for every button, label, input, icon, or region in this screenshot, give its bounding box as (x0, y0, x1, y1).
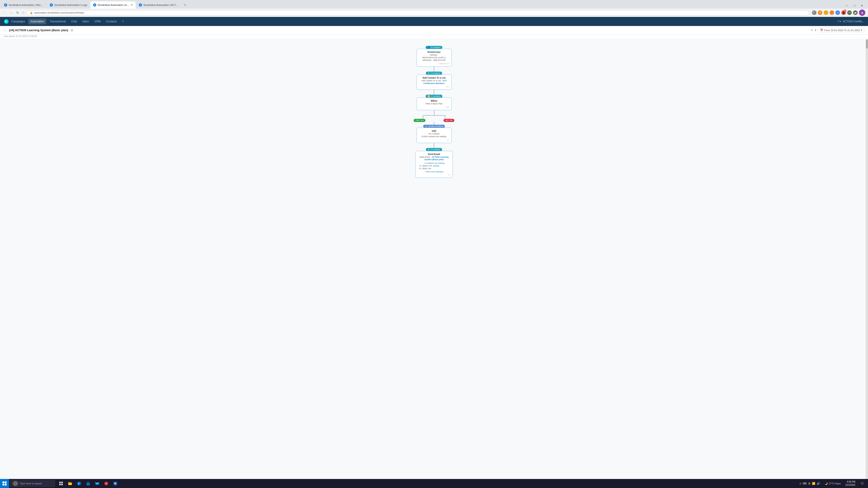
volume-icon[interactable]: 🔊 (817, 482, 820, 485)
anniversary-badge: 👤 0 Contacts (426, 46, 442, 49)
email-node-title: Send Email (418, 153, 450, 156)
close-button[interactable]: ✕ (859, 4, 865, 8)
search-bar[interactable]: Type here to search (10, 480, 55, 487)
alert-icon[interactable]: ⚠ (824, 10, 828, 15)
ext-icon-30[interactable]: 30 📱 (841, 10, 846, 15)
ifelse-node[interactable]: If/Else Filter Is Basic Plan #16 (416, 98, 452, 110)
connector-3 (434, 122, 434, 125)
nav-chat[interactable]: Chat (69, 19, 79, 24)
weather-display[interactable]: 🌙 27°C Haze (823, 482, 842, 485)
maximize-button[interactable]: □ (852, 4, 857, 8)
clock-time: 6:05 PM (845, 480, 856, 484)
notification-button[interactable]: 🗨 (858, 479, 866, 488)
back-button[interactable]: ← (2, 10, 7, 15)
tab-action-lea[interactable]: S Sendinblue Automation | ACTION Lea... (136, 1, 181, 8)
weather-icon: 🌙 (825, 482, 828, 485)
forward-button[interactable]: → (8, 10, 13, 15)
network-icon[interactable]: 📶 (812, 482, 815, 485)
view-more-stats-link[interactable]: View more statistics (419, 170, 450, 173)
scroll-thumb[interactable] (866, 39, 868, 48)
tab-logs[interactable]: S Sendinblue Automation | Logs (47, 1, 90, 8)
tab-workflows[interactable]: S Sendinblue Automation | Workflows (1, 1, 46, 8)
taskbar-clock[interactable]: 6:05 PM 1/21/2022 (844, 480, 857, 487)
nav-crm[interactable]: CRM (92, 19, 103, 24)
nav-contacts[interactable]: Contacts (104, 19, 119, 24)
wait-title: wait (419, 130, 449, 132)
browser-chrome: S Sendinblue Automation | Workflows S Se… (0, 0, 868, 17)
add-contact-badge-text: 0 Contacts (430, 72, 440, 74)
add-contact-title: Add Contact To a List (419, 76, 449, 79)
svg-rect-15 (87, 483, 90, 485)
wait-node[interactable]: wait For 3 day(s) 15,064 contacts are wa… (416, 128, 452, 143)
settings-icon[interactable]: ⚙ (70, 29, 73, 32)
nav-automation[interactable]: Automation (28, 19, 46, 24)
nav-inbox[interactable]: Inbox (80, 19, 91, 24)
tab-logs-title: Sendinblue Automation | Logs (54, 4, 87, 6)
minimize-button[interactable]: — (844, 4, 850, 8)
date-range-text: From 15-01-2022 To 21-01-2022 (824, 29, 860, 32)
start-button[interactable] (0, 479, 9, 488)
email-clicks-row: 🖱 Clicks: 0% (419, 167, 450, 170)
page-header: ← [#4] ACTION Learning System (Basic pla… (0, 26, 868, 35)
tab-action-close[interactable]: ✕ (131, 3, 133, 6)
app-red-taskbar[interactable]: P (102, 479, 110, 488)
display-icon[interactable]: 🖥 (808, 482, 811, 485)
add-contact-num: #21 (419, 86, 449, 88)
scroll-bar[interactable] (866, 39, 868, 479)
ext-folder-icon[interactable]: 📁 (853, 10, 858, 15)
add-contact-desc: Add Contact To a List - ACT Certificatio… (419, 79, 449, 85)
email-send-desc: Send Email - ACTION Learning System (Bas… (418, 156, 450, 161)
help-button[interactable]: ? ▾ (837, 20, 841, 23)
word-taskbar[interactable]: W (111, 479, 119, 488)
store-taskbar[interactable] (84, 479, 92, 488)
nav-campaigns[interactable]: Campaigns (9, 19, 27, 24)
bookmark-button[interactable]: ☆ (22, 11, 25, 14)
search-ext-icon[interactable]: 🔍 (812, 10, 816, 15)
refresh-ext-icon[interactable]: ↻ (835, 10, 840, 15)
nav-transactional[interactable]: Transactional (47, 19, 68, 24)
add-contact-badge: ⚙ 0 Contacts (426, 72, 442, 75)
mail-taskbar[interactable] (93, 479, 101, 488)
anniversary-desc: Attribute - REGISTRATION_DATE is wheneve… (419, 54, 449, 62)
metamask-icon[interactable]: 🦊 (830, 10, 834, 15)
branch-h-line (423, 115, 445, 116)
edge-taskbar[interactable]: e (75, 479, 83, 488)
brave-shield-icon[interactable]: 🛡 (818, 10, 822, 15)
wait-node-wrapper: ⏳ 15,064 Contacts wait For 3 day(s) 15,0… (416, 125, 452, 143)
address-bar[interactable]: 🔒 automation.sendinblue.com/scenarios/4/… (26, 10, 809, 15)
click-icon: 🖱 (419, 167, 421, 170)
wait-badge-text: 15,064 Contacts (428, 125, 443, 127)
page-back-button[interactable]: ← (4, 29, 7, 32)
ifelse-node-wrapper: 🔀 0 Contacts If/Else Filter Is Basic Pla… (416, 95, 452, 110)
tab-action-active[interactable]: S Sendinblue Automation | ACTION... ✕ (90, 1, 135, 8)
nav-add-button[interactable]: + (120, 18, 126, 25)
file-explorer-taskbar[interactable] (66, 479, 74, 488)
reload-button[interactable]: ↻ (16, 10, 20, 15)
svg-text:S: S (5, 20, 6, 23)
email-node[interactable]: Send Email Send Email - ACTION Learning … (415, 151, 453, 178)
keyboard-icon[interactable]: ⌨ (803, 482, 807, 485)
connector-2 (434, 90, 434, 95)
address-text: automation.sendinblue.com/scenarios/4/st… (34, 11, 84, 14)
info-icon[interactable]: ℹ (815, 29, 816, 32)
account-button[interactable]: ACTION Certific... (843, 20, 864, 23)
main-canvas: 👤 0 Contacts Anniversary Attribute - REG… (0, 39, 868, 479)
email-opens-row: 📧 Opens: 0% Details (419, 165, 450, 167)
add-contact-badge-icon: ⚙ (428, 72, 430, 74)
new-tab-button[interactable]: + (182, 2, 188, 8)
page-subtitle: Last saved: 21-01-2022 07:48:06 (0, 35, 868, 39)
header-right: ✏ ℹ 📅 From 15-01-2022 To 21-01-2022 ▾ (811, 28, 864, 33)
svg-text:W: W (114, 482, 116, 485)
task-view-button[interactable] (57, 479, 65, 488)
ext-puzzle-icon[interactable]: 🧩 (847, 10, 852, 15)
email-opens-link[interactable]: Details (433, 165, 439, 167)
date-range-selector[interactable]: 📅 From 15-01-2022 To 21-01-2022 ▾ (818, 28, 864, 33)
ext-circle-icon[interactable]: ◉ (859, 9, 865, 16)
edit-icon[interactable]: ✏ (811, 29, 813, 32)
email-send-prefix: Send Email - (419, 156, 432, 158)
anniversary-node[interactable]: Anniversary Attribute - REGISTRATION_DAT… (416, 49, 452, 67)
up-arrow-icon[interactable]: ∧ (799, 482, 801, 485)
ifelse-desc: Filter Is Basic Plan (419, 103, 449, 105)
add-contact-node[interactable]: Add Contact To a List Add Contact To a L… (416, 74, 452, 90)
anniversary-title: Anniversary (419, 51, 449, 53)
